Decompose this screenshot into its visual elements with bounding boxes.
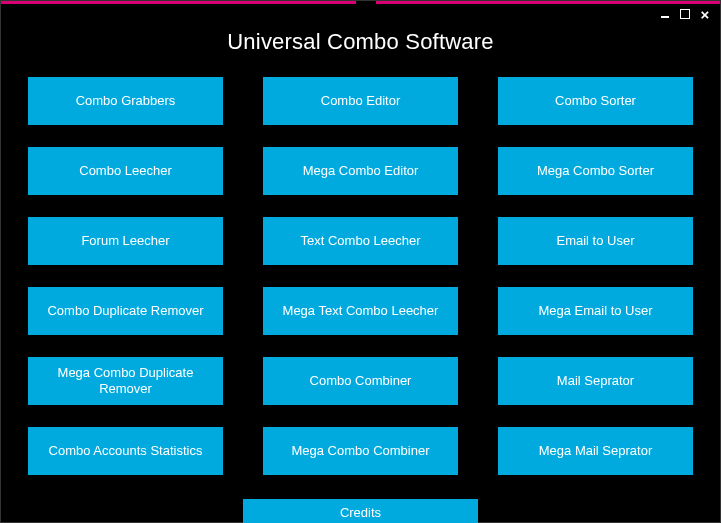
mail-seprator-button[interactable]: Mail Seprator [498, 357, 693, 405]
combo-sorter-button[interactable]: Combo Sorter [498, 77, 693, 125]
window-controls: × [658, 7, 712, 21]
combo-duplicate-remover-button[interactable]: Combo Duplicate Remover [28, 287, 223, 335]
accent-bar-right [376, 1, 720, 4]
combo-accounts-statistics-button[interactable]: Combo Accounts Statistics [28, 427, 223, 475]
mega-mail-seprator-button[interactable]: Mega Mail Seprator [498, 427, 693, 475]
mega-email-to-user-button[interactable]: Mega Email to User [498, 287, 693, 335]
app-window: × Universal Combo Software Combo Grabber… [0, 0, 721, 523]
mega-combo-editor-button[interactable]: Mega Combo Editor [263, 147, 458, 195]
maximize-button[interactable] [678, 7, 692, 21]
minimize-button[interactable] [658, 7, 672, 21]
close-button[interactable]: × [698, 7, 712, 21]
footer: Credits [1, 499, 720, 523]
mega-combo-sorter-button[interactable]: Mega Combo Sorter [498, 147, 693, 195]
mega-combo-combiner-button[interactable]: Mega Combo Combiner [263, 427, 458, 475]
app-title: Universal Combo Software [1, 1, 720, 65]
combo-editor-button[interactable]: Combo Editor [263, 77, 458, 125]
email-to-user-button[interactable]: Email to User [498, 217, 693, 265]
text-combo-leecher-button[interactable]: Text Combo Leecher [263, 217, 458, 265]
forum-leecher-button[interactable]: Forum Leecher [28, 217, 223, 265]
accent-bar-left [1, 1, 356, 4]
combo-leecher-button[interactable]: Combo Leecher [28, 147, 223, 195]
combo-grabbers-button[interactable]: Combo Grabbers [28, 77, 223, 125]
mega-combo-duplicate-remover-button[interactable]: Mega Combo Duplicate Remover [28, 357, 223, 405]
mega-text-combo-leecher-button[interactable]: Mega Text Combo Leecher [263, 287, 458, 335]
button-grid: Combo Grabbers Combo Editor Combo Sorter… [1, 65, 720, 475]
combo-combiner-button[interactable]: Combo Combiner [263, 357, 458, 405]
credits-button[interactable]: Credits [243, 499, 478, 523]
